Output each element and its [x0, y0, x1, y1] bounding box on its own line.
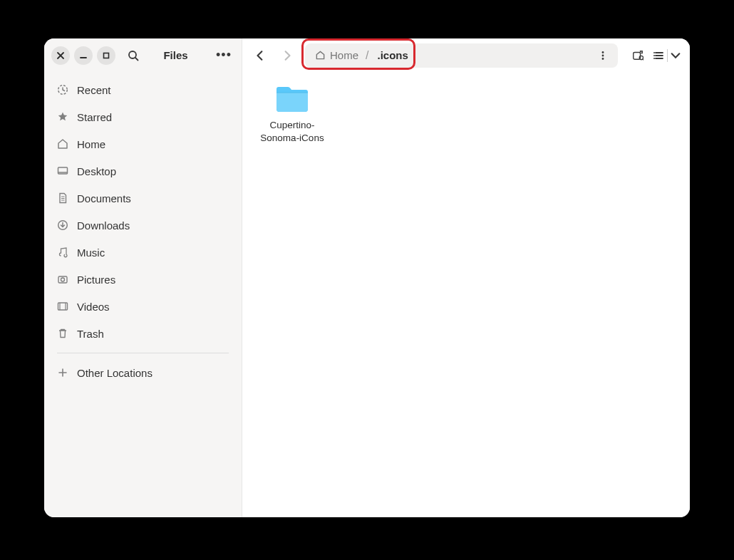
new-tab-icon [632, 50, 643, 61]
breadcrumb-current-label: .icons [377, 49, 408, 61]
headerbar-left: Files ••• [44, 38, 242, 72]
trash-icon [57, 328, 68, 339]
breadcrumb-separator: / [364, 49, 370, 62]
sidebar-item-label: Starred [77, 111, 112, 123]
desktop-icon [57, 165, 68, 177]
headerbar-right: Home / .icons [242, 38, 690, 72]
documents-icon [57, 192, 68, 204]
maximize-icon [102, 51, 110, 60]
videos-icon [57, 301, 68, 312]
chevron-down-icon [670, 50, 681, 61]
music-icon [57, 247, 68, 258]
recent-icon [57, 84, 68, 95]
sidebar-list: Recent Starred Home Desktop Documents Do… [44, 72, 242, 390]
sidebar-menu-button[interactable]: ••• [213, 45, 234, 66]
folder-item[interactable]: Cupertino-Sonoma-iCons [257, 79, 328, 144]
chevron-right-icon [282, 51, 292, 61]
breadcrumb-home[interactable]: Home [309, 43, 364, 68]
home-icon [57, 138, 68, 150]
svg-point-8 [602, 51, 604, 53]
forward-button[interactable] [275, 43, 299, 68]
sidebar-item-pictures[interactable]: Pictures [44, 266, 242, 293]
sidebar-item-downloads[interactable]: Downloads [44, 212, 242, 239]
close-button[interactable] [51, 46, 70, 65]
svg-point-10 [602, 58, 604, 60]
plus-icon [57, 367, 68, 378]
sidebar-item-label: Pictures [77, 274, 115, 286]
sidebar-item-label: Home [77, 138, 105, 150]
sidebar-item-trash[interactable]: Trash [44, 320, 242, 347]
svg-rect-0 [104, 53, 109, 58]
svg-point-14 [653, 55, 655, 56]
svg-point-6 [61, 278, 65, 281]
home-icon [315, 50, 326, 61]
sidebar-item-label: Documents [77, 192, 131, 204]
sidebar-item-documents[interactable]: Documents [44, 185, 242, 212]
view-mode-button[interactable] [651, 44, 684, 67]
separator [667, 49, 668, 62]
file-manager-window: Files ••• Recent Starred Home Desktop [44, 38, 690, 517]
close-icon [56, 51, 65, 60]
minimize-icon [79, 51, 88, 60]
sidebar-item-music[interactable]: Music [44, 239, 242, 266]
list-view-icon [653, 50, 665, 61]
sidebar-item-videos[interactable]: Videos [44, 293, 242, 320]
svg-point-15 [653, 58, 655, 59]
downloads-icon [57, 219, 68, 231]
minimize-button[interactable] [74, 46, 93, 65]
sidebar-item-other-locations[interactable]: Other Locations [44, 359, 242, 386]
folder-icon [274, 83, 311, 115]
path-menu-button[interactable] [592, 45, 614, 66]
svg-point-13 [653, 52, 655, 53]
app-title: Files [148, 49, 209, 61]
star-icon [57, 111, 68, 123]
sidebar-item-label: Recent [77, 84, 111, 96]
sidebar-item-home[interactable]: Home [44, 130, 242, 157]
search-icon [128, 50, 139, 61]
chevron-left-icon [255, 51, 265, 61]
pathbar: Home / .icons [305, 43, 618, 68]
sidebar-item-recent[interactable]: Recent [44, 76, 242, 103]
sidebar-divider [57, 353, 229, 353]
sidebar-item-label: Downloads [77, 219, 130, 232]
sidebar-item-label: Trash [77, 328, 104, 340]
breadcrumb-home-label: Home [330, 49, 358, 61]
new-tab-button[interactable] [626, 44, 649, 67]
sidebar-item-desktop[interactable]: Desktop [44, 157, 242, 185]
back-button[interactable] [248, 43, 272, 68]
maximize-button[interactable] [97, 46, 115, 65]
sidebar: Files ••• Recent Starred Home Desktop [44, 38, 242, 517]
folder-label: Cupertino-Sonoma-iCons [257, 119, 328, 144]
svg-point-9 [602, 54, 604, 56]
breadcrumb-current[interactable]: .icons [370, 43, 415, 68]
sidebar-item-label: Desktop [77, 165, 116, 177]
sidebar-item-starred[interactable]: Starred [44, 103, 242, 130]
sidebar-item-label: Videos [77, 301, 110, 313]
content-area[interactable]: Cupertino-Sonoma-iCons [242, 72, 690, 517]
sidebar-item-label: Other Locations [77, 367, 153, 379]
pictures-icon [57, 274, 68, 285]
dots-icon: ••• [216, 48, 232, 63]
vertical-dots-icon [597, 50, 609, 61]
toolbar-right [626, 44, 684, 67]
search-button[interactable] [123, 45, 144, 66]
sidebar-item-label: Music [77, 247, 105, 259]
main-pane: Home / .icons [242, 38, 690, 517]
